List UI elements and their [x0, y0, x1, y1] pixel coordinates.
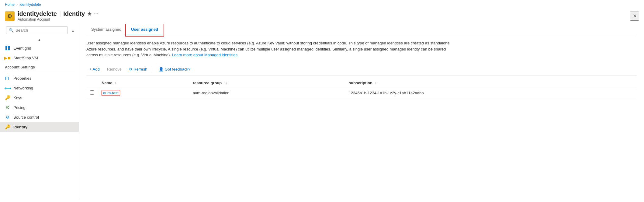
name-column-header[interactable]: Name ↑↓: [98, 78, 189, 88]
table-row: aum-test aum-regionvalidation 12345a1b-1…: [86, 88, 637, 98]
identity-label: Identity: [13, 125, 27, 129]
networking-icon: ⟷: [5, 85, 10, 91]
refresh-icon: ↻: [129, 67, 132, 71]
account-settings-section-label: Account Settings: [0, 63, 79, 71]
resource-group-sort-icon[interactable]: ↑↓: [224, 82, 227, 85]
pricing-icon: ⊙: [5, 105, 10, 110]
table-body: aum-test aum-regionvalidation 12345a1b-1…: [86, 88, 637, 98]
identities-table: Name ↑↓ resource group ↑↓ subscription ↑…: [86, 78, 637, 98]
table-header: Name ↑↓ resource group ↑↓ subscription ↑…: [86, 78, 637, 88]
svg-rect-1: [8, 46, 10, 48]
sidebar-item-networking[interactable]: ⟷ Networking: [0, 83, 79, 93]
sidebar-item-event-grid[interactable]: Event grid: [0, 43, 79, 53]
feedback-icon: 👤: [159, 67, 164, 71]
svg-rect-3: [8, 48, 10, 50]
row-checkbox-cell: [86, 88, 98, 98]
refresh-button[interactable]: ↻ Refresh: [126, 65, 151, 73]
add-button[interactable]: + Add: [86, 65, 103, 73]
resource-type: Automation Account: [18, 17, 98, 22]
select-all-header: [86, 78, 98, 88]
main-layout: 🔍 « ▲ Event grid ▶⏹ Start/Stop VM Accoun…: [0, 24, 644, 199]
toolbar: + Add Remove ↻ Refresh 👤 Got feedback?: [86, 63, 637, 76]
pricing-label: Pricing: [13, 105, 26, 110]
start-stop-vm-label: Start/Stop VM: [13, 56, 38, 60]
svg-rect-4: [5, 77, 6, 80]
networking-label: Networking: [13, 86, 33, 90]
content-area: System assigned User assigned User assig…: [79, 24, 644, 199]
close-button[interactable]: ✕: [630, 12, 639, 21]
search-input[interactable]: [16, 28, 65, 33]
breadcrumb: Home › identitydelete: [0, 0, 644, 9]
event-grid-icon: [5, 45, 10, 51]
learn-more-link[interactable]: Learn more about Managed identities.: [172, 53, 239, 57]
scroll-up-indicator: ▲: [0, 37, 79, 43]
sidebar-item-pricing[interactable]: ⊙ Pricing: [0, 103, 79, 112]
search-box[interactable]: 🔍: [6, 26, 68, 34]
sidebar-item-properties[interactable]: Properties: [0, 73, 79, 83]
collapse-sidebar-icon[interactable]: «: [71, 28, 74, 33]
page-header: ⚙ identitydelete | Identity ★ ··· Automa…: [0, 9, 644, 24]
toolbar-divider: [153, 66, 153, 72]
properties-label: Properties: [13, 76, 31, 81]
breadcrumb-current[interactable]: identitydelete: [19, 2, 41, 7]
event-grid-label: Event grid: [13, 46, 31, 50]
properties-icon: [5, 75, 10, 81]
svg-rect-6: [8, 77, 9, 80]
svg-rect-5: [7, 76, 7, 80]
source-control-label: Source control: [13, 115, 39, 120]
sidebar-item-start-stop-vm[interactable]: ▶⏹ Start/Stop VM: [0, 53, 79, 63]
sidebar-item-keys[interactable]: 🔑 Keys: [0, 93, 79, 103]
subscription-cell: 12345a1b-1234-1a1b-1z2y-c1ab11a2aabb: [345, 88, 637, 98]
identity-name-link[interactable]: aum-test: [102, 90, 120, 96]
breadcrumb-home[interactable]: Home: [5, 2, 15, 7]
subscription-column-header[interactable]: subscription ↑↓: [345, 78, 637, 88]
favorite-star-icon[interactable]: ★: [87, 11, 92, 17]
header-title: identitydelete | Identity ★ ··· Automati…: [18, 10, 98, 22]
name-cell: aum-test: [98, 88, 189, 98]
keys-icon: 🔑: [5, 95, 10, 100]
resource-name: identitydelete: [18, 10, 57, 17]
row-checkbox[interactable]: [90, 90, 94, 95]
keys-label: Keys: [13, 96, 22, 100]
svg-rect-0: [5, 46, 7, 48]
more-options-icon[interactable]: ···: [94, 11, 98, 17]
tabs-container: System assigned User assigned: [86, 24, 637, 35]
resource-group-cell: aum-regionvalidation: [189, 88, 345, 98]
search-icon: 🔍: [9, 28, 14, 33]
source-control-icon: ⚙: [5, 114, 10, 120]
page-title: Identity: [63, 10, 85, 17]
feedback-button[interactable]: 👤 Got feedback?: [156, 65, 194, 73]
resource-group-column-header[interactable]: resource group ↑↓: [189, 78, 345, 88]
description-text: User assigned managed identities enable …: [86, 40, 451, 58]
remove-button[interactable]: Remove: [104, 65, 125, 73]
subscription-sort-icon[interactable]: ↑↓: [375, 82, 378, 85]
sidebar-item-identity[interactable]: 🔑 Identity: [0, 122, 79, 132]
sidebar-item-source-control[interactable]: ⚙ Source control: [0, 112, 79, 122]
sidebar: 🔍 « ▲ Event grid ▶⏹ Start/Stop VM Accoun…: [0, 24, 79, 199]
identity-icon: 🔑: [5, 124, 10, 130]
tab-user-assigned[interactable]: User assigned: [126, 24, 163, 35]
breadcrumb-separator: ›: [16, 2, 18, 7]
svg-rect-2: [5, 48, 7, 50]
tab-system-assigned[interactable]: System assigned: [86, 24, 126, 35]
sidebar-divider: [4, 72, 75, 72]
name-sort-icon[interactable]: ↑↓: [115, 82, 118, 85]
resource-icon: ⚙: [5, 11, 15, 21]
start-stop-vm-icon: ▶⏹: [5, 55, 10, 61]
